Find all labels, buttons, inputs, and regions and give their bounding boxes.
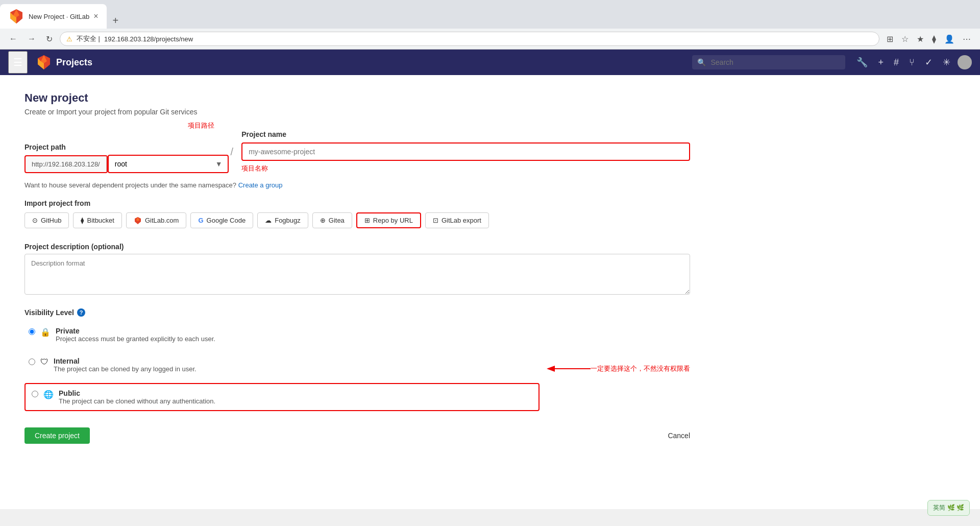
internal-description: The project can be cloned by any logged … <box>54 365 197 373</box>
nav-refresh-button[interactable]: ↻ <box>43 32 56 46</box>
project-name-label: Project name <box>241 130 690 138</box>
project-path-field: Project path http://192.168.203.128/ <box>24 143 108 173</box>
project-path-label: Project path <box>24 143 108 151</box>
tab-title: New Project · GitLab <box>29 13 89 20</box>
import-bitbucket-button[interactable]: ⧫ Bitbucket <box>73 212 121 228</box>
gitlab-export-icon: ⊡ <box>433 217 438 224</box>
topbar-search-container: 🔍 <box>692 55 845 69</box>
import-github-button[interactable]: ⊙ GitHub <box>24 212 69 228</box>
lock-icon: 🔒 <box>40 327 51 337</box>
hashtag-icon[interactable]: # <box>891 54 902 71</box>
star-icon[interactable]: ☆ <box>898 32 912 46</box>
visibility-title: Visibility Level ? <box>24 308 690 317</box>
namespace-select-box[interactable]: ▼ <box>108 155 229 173</box>
topbar: ☰ Projects 🔍 🔧 + # ⑂ ✓ ✳ <box>0 50 980 75</box>
translate-icon[interactable]: ⊞ <box>884 32 896 46</box>
shield-icon: 🛡 <box>40 357 48 367</box>
address-bar[interactable]: ⚠ 不安全 | <box>60 32 879 46</box>
import-section: Import project from ⊙ GitHub ⧫ Bitbucket… <box>24 199 690 228</box>
bottom-widget: 英简 🌿 🌿 <box>927 500 970 509</box>
visibility-options-wrapper: 🔒 Private Project access must be granted… <box>24 323 690 417</box>
gitlab-com-label: GitLab.com <box>145 217 179 224</box>
gitlab-page: ☰ Projects 🔍 🔧 + # ⑂ ✓ ✳ New project <box>0 50 980 509</box>
fogbugz-label: Fogbugz <box>275 217 301 224</box>
import-google-code-button[interactable]: G Google Code <box>190 212 253 228</box>
repo-url-label: Repo by URL <box>373 217 413 224</box>
action-buttons: Create project Cancel <box>24 427 690 444</box>
repo-url-icon: ⊞ <box>364 217 370 224</box>
merge-request-icon[interactable]: ⑂ <box>906 54 918 71</box>
visibility-section: Visibility Level ? 🔒 Private Project acc… <box>24 308 690 417</box>
tab-close-button[interactable]: × <box>93 12 98 21</box>
description-textarea[interactable] <box>24 254 690 295</box>
project-name-box <box>241 142 690 161</box>
visibility-options-list: 🔒 Private Project access must be granted… <box>24 323 540 417</box>
import-gitlab-export-button[interactable]: ⊡ GitLab export <box>425 212 489 228</box>
profile-icon[interactable]: 👤 <box>941 32 958 46</box>
path-slash: / <box>229 146 236 158</box>
new-tab-button[interactable]: + <box>107 13 125 29</box>
import-gitea-button[interactable]: ⊕ Gitea <box>312 212 352 228</box>
browser-chrome: New Project · GitLab × + ← → ↻ ⚠ 不安全 | ⊞… <box>0 0 980 50</box>
visibility-internal-text: Internal The project can be cloned by an… <box>54 357 197 373</box>
private-description: Project access must be granted explicitl… <box>56 335 215 343</box>
bookmark-icon[interactable]: ★ <box>914 32 927 46</box>
visibility-private-option: 🔒 Private Project access must be granted… <box>24 323 540 347</box>
nav-back-button[interactable]: ← <box>6 32 20 45</box>
internal-label: Internal <box>54 357 197 365</box>
project-name-group: Project name 项目名称 <box>241 130 690 173</box>
visibility-help-icon[interactable]: ? <box>77 308 85 317</box>
globe-icon: 🌐 <box>43 390 54 399</box>
user-avatar[interactable] <box>958 55 972 69</box>
visibility-label: Visibility Level <box>24 308 74 317</box>
visibility-internal-option: 🛡 Internal The project can be cloned by … <box>24 353 540 377</box>
namespace-chevron-icon[interactable]: ▼ <box>210 156 228 172</box>
main-content: New project Create or Import your projec… <box>0 75 715 460</box>
annotation-arrow-icon <box>550 358 591 379</box>
tab-favicon <box>8 8 24 25</box>
namespace-help-text: Want to house several dependent projects… <box>24 181 690 189</box>
visibility-private-text: Private Project access must be granted e… <box>56 327 215 343</box>
namespace-input[interactable] <box>109 156 210 172</box>
hamburger-menu-button[interactable]: ☰ <box>8 51 28 74</box>
check-icon[interactable]: ✓ <box>922 54 936 71</box>
search-icon: 🔍 <box>697 58 706 66</box>
bitbucket-icon: ⧫ <box>81 217 84 224</box>
gitlab-com-icon <box>134 217 142 225</box>
visibility-public-radio[interactable] <box>32 391 38 397</box>
topbar-app-name: Projects <box>56 57 92 68</box>
import-gitlab-com-button[interactable]: GitLab.com <box>126 212 186 228</box>
nav-forward-button[interactable]: → <box>24 32 39 45</box>
google-code-label: Google Code <box>207 217 246 224</box>
bitbucket-label: Bitbucket <box>87 217 114 224</box>
address-prefix: 不安全 | <box>77 34 100 43</box>
cancel-button[interactable]: Cancel <box>668 432 690 440</box>
page-title: New project <box>24 91 690 105</box>
project-path-box: http://192.168.203.128/ <box>24 155 108 173</box>
extensions-icon[interactable]: ⧫ <box>929 32 939 46</box>
activity-icon[interactable]: ✳ <box>940 54 953 71</box>
project-name-input[interactable] <box>242 144 689 160</box>
plus-icon[interactable]: + <box>875 54 887 71</box>
visibility-private-radio[interactable] <box>29 328 35 335</box>
gitea-icon: ⊕ <box>320 217 326 224</box>
browser-nav-bar: ← → ↻ ⚠ 不安全 | ⊞ ☆ ★ ⧫ 👤 ⋯ <box>0 29 980 50</box>
description-section: Project description (optional) <box>24 243 690 308</box>
public-description: The project can be cloned without any au… <box>59 397 215 405</box>
gitlab-export-label: GitLab export <box>442 217 481 224</box>
security-icon: ⚠ <box>66 35 72 43</box>
visibility-internal-radio[interactable] <box>29 358 35 365</box>
create-project-button[interactable]: Create project <box>24 427 90 444</box>
address-input[interactable] <box>104 35 873 43</box>
visibility-public-text: Public The project can be cloned without… <box>59 389 215 405</box>
more-options-icon[interactable]: ⋯ <box>960 32 974 46</box>
wrench-icon[interactable]: 🔧 <box>853 54 871 71</box>
create-group-link[interactable]: Create a group <box>238 181 283 189</box>
google-icon: G <box>198 217 203 224</box>
import-fogbugz-button[interactable]: ☁ Fogbugz <box>257 212 308 228</box>
gitlab-logo-link[interactable]: Projects <box>36 54 92 70</box>
import-repo-url-button[interactable]: ⊞ Repo by URL <box>356 212 421 228</box>
search-input[interactable] <box>692 55 845 69</box>
gitlab-fox-icon <box>36 54 52 70</box>
visibility-public-option: 🌐 Public The project can be cloned witho… <box>24 383 540 411</box>
